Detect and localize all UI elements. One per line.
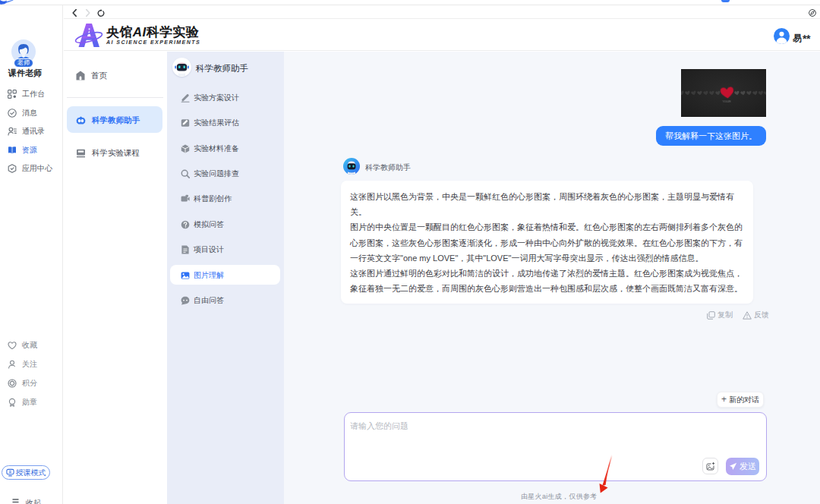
- svg-text:YOU&ME: YOU&ME: [722, 100, 731, 103]
